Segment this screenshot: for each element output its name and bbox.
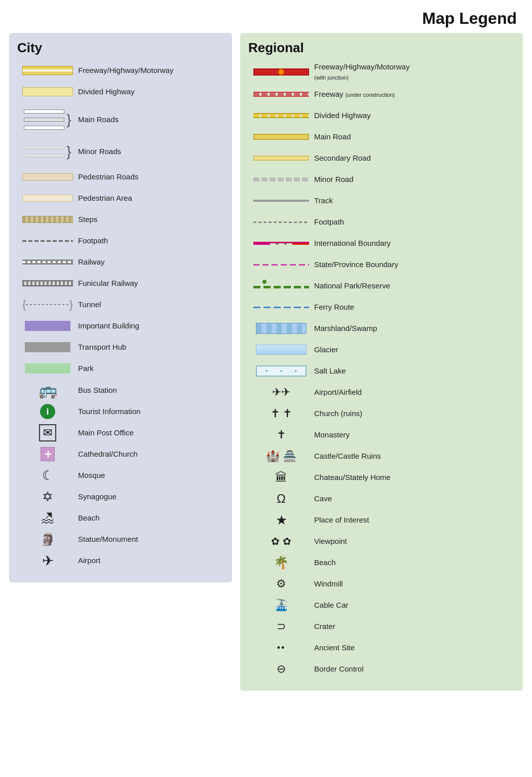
cable-car-icon: 🚠: [248, 599, 314, 612]
glacier-label: Glacier: [314, 345, 338, 355]
airport-reg-label: Airport/Airfield: [314, 387, 362, 397]
crater-label: Crater: [314, 621, 335, 632]
ancient-site-label: Ancient Site: [314, 643, 355, 653]
divhwy-reg-symbol: [248, 113, 314, 118]
important-building-symbol: [17, 321, 78, 331]
pedestrian-area-label: Pedestrian Area: [78, 193, 132, 203]
city-column: City Freeway/Highway/Motorway Divided Hi…: [9, 33, 232, 582]
mosque-label: Mosque: [78, 470, 105, 480]
list-item: International Boundary: [248, 235, 515, 252]
page-title: Map Legend: [0, 0, 532, 33]
footpath-reg-symbol: [248, 221, 314, 223]
mosque-icon: ☾: [17, 468, 78, 484]
minor-road-reg-symbol: [248, 177, 314, 181]
funicular-label: Funicular Railway: [78, 278, 138, 288]
park-label: Park: [78, 363, 94, 374]
list-item: Freeway/Highway/Motorway: [17, 62, 224, 79]
list-item: 🏰 🏯 Castle/Castle Ruins: [248, 448, 515, 465]
railway-symbol: [17, 260, 78, 265]
salt-lake-label: Salt Lake: [314, 366, 346, 376]
list-item: Secondary Road: [248, 150, 515, 167]
statue-label: Statue/Monument: [78, 534, 138, 544]
list-item: i Tourist Information: [17, 403, 224, 420]
beach-city-label: Beach: [78, 513, 100, 523]
pedestrian-area-symbol: [17, 195, 78, 202]
city-title: City: [17, 40, 224, 56]
airport-city-label: Airport: [78, 556, 100, 566]
list-item: ⊖ Border Control: [248, 660, 515, 678]
secondary-road-symbol: [248, 156, 314, 161]
airport-reg-icon: ✈✈: [248, 386, 314, 399]
tunnel-label: Tunnel: [78, 300, 101, 310]
list-item: ✿ ✿ Viewpoint: [248, 533, 515, 550]
list-item: ✈ Airport: [17, 552, 224, 569]
viewpoint-label: Viewpoint: [314, 536, 347, 546]
post-office-label: Main Post Office: [78, 428, 134, 438]
list-item: 🏛 Chateau/Stately Home: [248, 469, 515, 486]
main-roads-city-symbol: }: [17, 109, 78, 130]
secondary-road-label: Secondary Road: [314, 153, 371, 163]
main-road-reg-label: Main Road: [314, 132, 351, 142]
state-boundary-label: State/Province Boundary: [314, 260, 398, 270]
list-item: Divided Highway: [17, 83, 224, 100]
list-item: 🚠 Cable Car: [248, 597, 515, 614]
list-item: Pedestrian Area: [17, 190, 224, 207]
list-item: 🚌 Bus Station: [17, 381, 224, 399]
list-item: ⊃ Crater: [248, 618, 515, 635]
cathedral-label: Cathedral/Church: [78, 449, 138, 459]
regional-title: Regional: [248, 40, 515, 56]
chateau-icon: 🏛: [248, 470, 314, 485]
synagogue-label: Synagogue: [78, 492, 117, 502]
divided-hwy-city-label: Divided Highway: [78, 87, 135, 97]
track-symbol: [248, 200, 314, 202]
track-label: Track: [314, 196, 333, 206]
cable-car-label: Cable Car: [314, 600, 349, 610]
minor-road-reg-label: Minor Road: [314, 174, 354, 184]
ancient-site-icon: ••: [248, 643, 314, 653]
freeway-city-label: Freeway/Highway/Motorway: [78, 65, 173, 76]
windmill-icon: ⚙: [248, 577, 314, 590]
cathedral-icon: ✛: [17, 447, 78, 461]
list-item: Freeway/Highway/Motorway(with junction): [248, 62, 515, 82]
beach-city-icon: 🏖: [17, 510, 78, 526]
steps-symbol: [17, 216, 78, 223]
list-item: Freeway (under construction): [248, 86, 515, 103]
list-item: State/Province Boundary: [248, 256, 515, 273]
list-item: Divided Highway: [248, 107, 515, 124]
church-ruins-icon: ✝ ✝: [248, 407, 314, 420]
steps-label: Steps: [78, 214, 97, 225]
intl-boundary-symbol: [248, 242, 314, 245]
list-item: Footpath: [17, 232, 224, 249]
list-item: •• Ancient Site: [248, 639, 515, 656]
airport-city-icon: ✈: [17, 552, 78, 569]
marshland-label: Marshland/Swamp: [314, 323, 377, 334]
crater-icon: ⊃: [248, 620, 314, 633]
cave-icon: Ω: [248, 492, 314, 506]
list-item: 🌴 Beach: [248, 554, 515, 571]
monastery-icon: ✝: [248, 428, 314, 441]
freeway-reg-symbol: [248, 68, 314, 76]
list-item: Footpath: [248, 213, 515, 231]
windmill-label: Windmill: [314, 579, 343, 589]
list-item: Track: [248, 192, 515, 209]
tourist-info-label: Tourist Information: [78, 406, 140, 417]
list-item: ✡ Synagogue: [17, 488, 224, 505]
minor-roads-city-label: Minor Roads: [78, 146, 121, 157]
railway-label: Railway: [78, 257, 105, 267]
footpath-reg-label: Footpath: [314, 217, 344, 227]
place-interest-label: Place of Interest: [314, 515, 369, 525]
list-item: ✝ ✝ Church (ruins): [248, 405, 515, 422]
statue-icon: 🗿: [17, 532, 78, 546]
ferry-route-label: Ferry Route: [314, 302, 354, 312]
list-item: Salt Lake: [248, 362, 515, 380]
list-item: ⚙ Windmill: [248, 575, 515, 593]
castle-label: Castle/Castle Ruins: [314, 451, 381, 461]
funicular-symbol: [17, 280, 78, 286]
freeway-reg-label: Freeway/Highway/Motorway(with junction): [314, 62, 409, 82]
marshland-symbol: [248, 323, 314, 334]
ferry-route-symbol: [248, 307, 314, 308]
freeway-city-symbol: [17, 66, 78, 75]
freeway-uc-label: Freeway (under construction): [314, 89, 395, 99]
list-item: Ω Cave: [248, 490, 515, 507]
divhwy-reg-label: Divided Highway: [314, 110, 371, 121]
